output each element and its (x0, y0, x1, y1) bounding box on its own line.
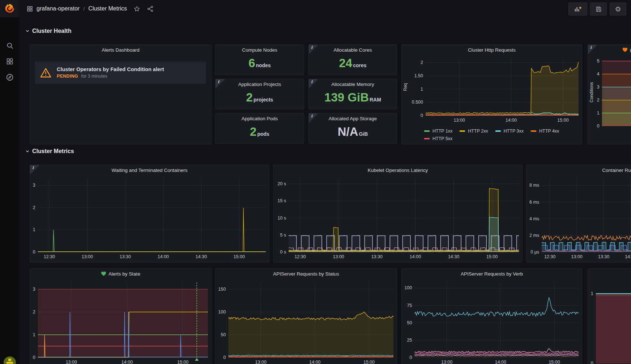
panel-title[interactable]: Container Ru (526, 165, 631, 175)
stat-value: N/A (338, 126, 358, 138)
svg-text:2 ms: 2 ms (529, 233, 539, 238)
svg-text:Req: Req (403, 83, 408, 91)
svg-text:15:00: 15:00 (549, 360, 560, 364)
panel-title[interactable]: Allocated App Storage (309, 113, 397, 124)
search-icon[interactable] (0, 38, 20, 53)
svg-text:13:00: 13:00 (255, 360, 267, 364)
breadcrumb-folder[interactable]: grafana-operator (37, 5, 80, 12)
panel-title[interactable]: APIServer Requests by Verb (402, 269, 582, 279)
svg-text:0: 0 (421, 113, 423, 118)
section-cluster-metrics[interactable]: Cluster Metrics (25, 148, 74, 155)
panel-title[interactable]: Allocatable Cores (309, 45, 397, 55)
grafana-flame-icon (4, 3, 16, 14)
breadcrumb-separator: / (83, 6, 85, 12)
svg-text:25: 25 (407, 338, 412, 343)
panel-title[interactable]: Kubelet Operations Latency (273, 165, 522, 175)
svg-text:0.500: 0.500 (412, 100, 423, 105)
chart-panel-cluster-http: Cluster Http Requests00.50011.50213:0014… (401, 44, 582, 144)
info-icon[interactable]: i (311, 114, 312, 118)
share-icon[interactable] (147, 5, 154, 12)
svg-text:13:30: 13:30 (598, 254, 609, 259)
panel-title[interactable]: Alerts by State (30, 269, 211, 279)
time-series-chart-cluster-http[interactable]: 00.50011.50213:0014:0015:00Req (402, 55, 581, 124)
panel-title[interactable] (588, 269, 631, 279)
chevron-down-icon (25, 29, 30, 33)
time-series-chart-conditions[interactable]: 012345Conditions (588, 55, 631, 129)
legend-item[interactable]: HTTP 2xx (460, 129, 488, 134)
save-dashboard-button[interactable] (590, 3, 607, 16)
breadcrumb-title[interactable]: Cluster Metrics (88, 5, 127, 12)
info-icon[interactable]: i (590, 45, 592, 50)
panel-title[interactable]: Application Pods (216, 113, 304, 124)
info-icon[interactable]: i (311, 79, 312, 84)
legend-swatch (531, 130, 536, 132)
chart-panel-waiting: iWaiting and Terminated Containers012312… (30, 165, 269, 263)
svg-text:0 s: 0 s (280, 250, 286, 255)
svg-text:2: 2 (33, 309, 35, 315)
time-series-chart-alerts-by-state[interactable]: 012313:0014:0015:00 (30, 279, 211, 364)
stat-unit: projects (253, 97, 273, 103)
svg-text:12:30: 12:30 (294, 254, 306, 259)
legend-label: HTTP 3xx (504, 129, 524, 134)
info-icon[interactable]: i (311, 45, 312, 50)
panel-title-text: APIServer Requests by Status (273, 271, 339, 277)
add-panel-button[interactable] (568, 3, 587, 16)
svg-text:5: 5 (597, 58, 600, 64)
svg-text:15:00: 15:00 (177, 360, 188, 364)
info-icon[interactable]: i (218, 79, 219, 84)
grafana-logo[interactable] (0, 0, 20, 17)
legend-swatch (460, 130, 465, 132)
star-icon[interactable] (133, 5, 140, 12)
svg-text:12:30: 12:30 (44, 254, 55, 259)
panel-title[interactable]: Compute Nodes (216, 45, 304, 55)
svg-text:0: 0 (223, 355, 226, 360)
save-icon (595, 6, 602, 13)
svg-text:13:00: 13:00 (441, 360, 452, 364)
svg-text:Conditions: Conditions (589, 82, 594, 103)
time-series-chart-bottom-right[interactable]: 01 (588, 279, 631, 364)
time-series-chart-waiting[interactable]: 012312:3013:0013:3014:0014:3015:00 (30, 175, 269, 261)
time-series-chart-kubelet[interactable]: 0 s5 s10 s15 s20 s12:3013:0013:3014:0014… (274, 175, 522, 261)
chart-panel-alerts-by-state: Alerts by State012313:0014:0015:00 (30, 268, 212, 364)
svg-text:13:00: 13:00 (66, 360, 77, 364)
alert-list-item[interactable]: Cluster Operators by Failed Condition al… (35, 61, 206, 84)
svg-text:15 s: 15 s (278, 198, 286, 203)
panel-title[interactable]: Waiting and Terminated Containers (30, 165, 269, 175)
panel-title[interactable]: Alerts Dashboard (30, 45, 211, 55)
panel-title[interactable]: Allocatable Memory (309, 79, 397, 89)
svg-text:0: 0 (33, 250, 35, 255)
svg-text:100: 100 (405, 285, 412, 290)
svg-text:14:00: 14:00 (121, 360, 133, 364)
svg-text:13:00: 13:00 (333, 254, 344, 259)
user-avatar[interactable] (3, 356, 16, 364)
legend-item[interactable]: HTTP 3xx (495, 129, 524, 134)
section-cluster-health[interactable]: Cluster Health (25, 28, 71, 34)
stat-unit: RAM (370, 97, 381, 103)
panel-title[interactable]: Cluster Http Requests (402, 45, 582, 55)
alert-duration: for 3 minutes (81, 74, 107, 79)
info-corner (588, 45, 597, 54)
svg-text:1: 1 (33, 332, 35, 337)
svg-text:50: 50 (407, 320, 412, 325)
dashboard-settings-button[interactable]: ⚙ (610, 3, 626, 16)
legend-item[interactable]: HTTP 1xx (424, 129, 452, 134)
legend-item[interactable]: HTTP 4xx (531, 129, 559, 134)
panel-title-text: Container Ru (602, 168, 631, 173)
legend-label: HTTP 1xx (432, 129, 452, 134)
explore-icon[interactable] (0, 69, 20, 85)
stat-unit: nodes (256, 62, 271, 68)
avatar-image (3, 356, 16, 364)
svg-text:0: 0 (597, 124, 600, 129)
panel-title[interactable]: APIServer Requests by Status (216, 269, 397, 279)
info-icon[interactable]: i (32, 165, 34, 170)
time-series-chart-apiserver-verb[interactable]: 025507510013:0014:0015:00 (402, 279, 581, 364)
panel-title-text: APIServer Requests by Verb (461, 271, 523, 277)
chart-panel-bottom-right: 01 (588, 268, 631, 364)
stat-panel-allocatable-cores: iAllocatable Cores24cores (308, 44, 397, 75)
dashboards-icon[interactable] (0, 53, 20, 69)
legend-item[interactable]: HTTP 5xx (424, 136, 452, 141)
svg-text:14:00: 14:00 (158, 254, 169, 259)
time-series-chart-container-runtime[interactable]: 0 µs2 ms4 ms6 ms8 ms12:3013:0013:3014:00… (527, 175, 631, 261)
time-series-chart-apiserver-status[interactable]: 05010015013:0014:0015:00 (216, 279, 396, 364)
panel-title[interactable]: Application Projects (216, 79, 304, 89)
